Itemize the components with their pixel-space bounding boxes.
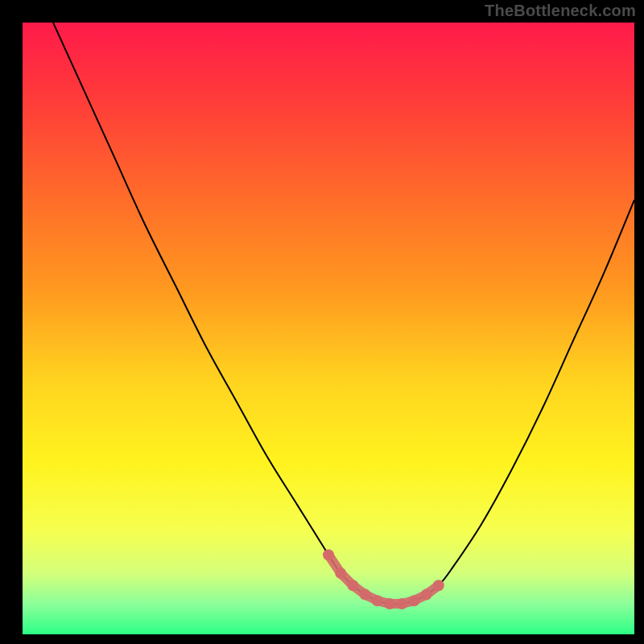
marker-dot [384, 598, 395, 609]
marker-dot [335, 568, 346, 579]
watermark-text: TheBottleneck.com [485, 2, 636, 20]
gradient-background [23, 23, 634, 634]
marker-dot [396, 598, 407, 609]
marker-dot [408, 595, 419, 606]
bottleneck-curve-svg [23, 23, 634, 634]
plot-area [23, 23, 634, 634]
chart-stage: TheBottleneck.com [0, 0, 644, 644]
marker-dot [323, 549, 334, 560]
marker-dot [347, 580, 358, 591]
marker-dot [421, 589, 432, 601]
marker-dot [360, 589, 371, 601]
marker-dot [433, 580, 444, 591]
marker-dot [372, 595, 383, 606]
